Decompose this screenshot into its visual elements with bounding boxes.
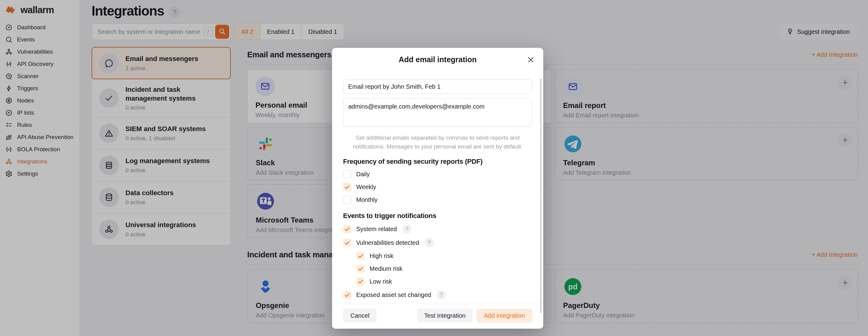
event-options: System related ? Vulnerabilities detecte… [343, 225, 532, 299]
checkbox-low-risk[interactable]: Low risk [356, 277, 532, 286]
checkbox-weekly[interactable]: Weekly [343, 183, 532, 191]
checkbox[interactable] [343, 196, 351, 204]
integration-name-input[interactable] [343, 79, 532, 94]
checkbox-system-related[interactable]: System related ? [343, 225, 532, 234]
help-icon[interactable]: ? [437, 290, 446, 299]
checkbox-label: Vulnerabilities detected [356, 239, 419, 246]
frequency-heading: Frequency of sending security reports (P… [343, 158, 532, 166]
checkbox[interactable] [356, 252, 365, 260]
modal-body: admins@example.com,developers@example.co… [332, 65, 543, 303]
checkbox-label: System related [356, 226, 397, 233]
checkbox-label: Daily [356, 171, 370, 178]
check-icon [344, 226, 350, 232]
checkbox-high-risk[interactable]: High risk [356, 252, 532, 260]
additional-emails-input[interactable]: admins@example.com,developers@example.co… [343, 99, 532, 127]
checkbox-label: Medium risk [370, 265, 403, 272]
check-icon [344, 184, 350, 190]
checkbox-label: High risk [370, 253, 394, 260]
help-icon[interactable]: ? [425, 238, 434, 247]
check-icon [358, 266, 364, 272]
add-integration-button[interactable]: Add integration [476, 308, 532, 323]
modal-header: Add email integration [332, 48, 543, 65]
checkbox[interactable] [343, 170, 351, 178]
checkbox[interactable] [356, 265, 365, 273]
check-icon [344, 240, 350, 246]
checkbox-label: Weekly [356, 183, 376, 191]
events-heading: Events to trigger notifications [343, 212, 532, 220]
modal-scrollbar[interactable] [540, 78, 542, 313]
check-icon [344, 292, 350, 298]
checkbox-label: Monthly [356, 196, 377, 203]
emails-helper-text: Set additional emails separated by comma… [344, 134, 531, 151]
check-icon [358, 253, 364, 259]
help-icon[interactable]: ? [402, 225, 411, 234]
modal-title: Add email integration [332, 55, 543, 64]
checkbox[interactable] [343, 291, 351, 299]
checkbox-exposed-asset-set-changed[interactable]: Exposed asset set changed ? [343, 290, 532, 299]
checkbox-label: Exposed asset set changed [356, 292, 431, 299]
add-email-integration-modal: Add email integration admins@example.com… [332, 48, 543, 329]
checkbox-medium-risk[interactable]: Medium risk [356, 265, 532, 273]
checkbox[interactable] [343, 225, 351, 233]
modal-footer: Cancel Test integration Add integration [332, 303, 543, 329]
wallarm-app: wallarm Dashboard Events Vulnerabilities… [0, 0, 868, 336]
check-icon [358, 279, 364, 284]
checkbox[interactable] [343, 183, 351, 191]
checkbox[interactable] [343, 239, 351, 247]
cancel-button[interactable]: Cancel [343, 308, 377, 323]
test-integration-button[interactable]: Test integration [417, 308, 473, 323]
checkbox-label: Low risk [370, 278, 392, 285]
checkbox-daily[interactable]: Daily [343, 170, 532, 178]
frequency-options: Daily Weekly Monthly [343, 170, 532, 204]
checkbox[interactable] [356, 277, 365, 286]
checkbox-vulnerabilities-detected[interactable]: Vulnerabilities detected ? [343, 238, 532, 247]
close-icon[interactable] [526, 55, 535, 64]
checkbox-monthly[interactable]: Monthly [343, 196, 532, 204]
